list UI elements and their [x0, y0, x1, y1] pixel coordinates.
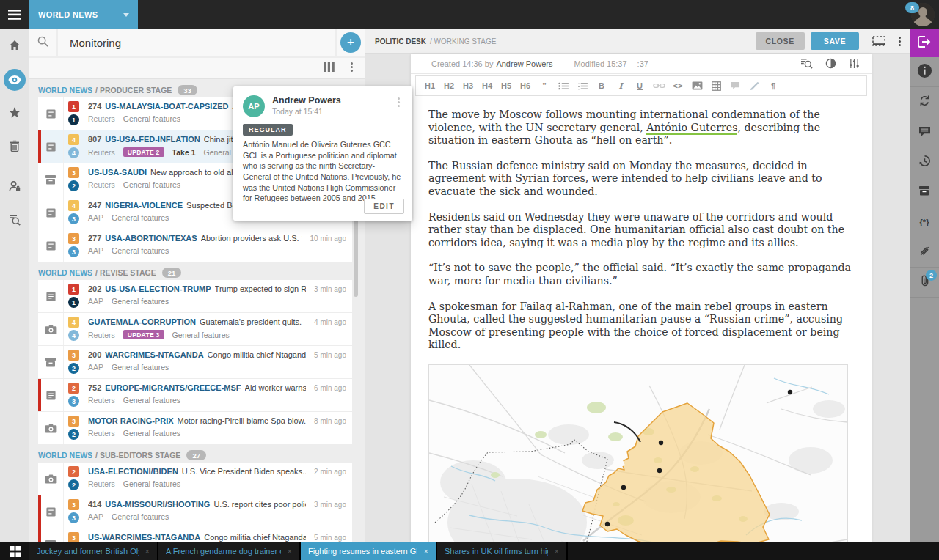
monitoring-item[interactable]: 33277USA-ABORTION/TEXASAbortion provider… — [38, 229, 352, 262]
picture-item-icon — [38, 313, 64, 345]
workspace-grid-icon[interactable] — [0, 542, 29, 560]
more-actions-icon[interactable] — [351, 62, 353, 75]
monitoring-item[interactable]: 11202US-USA-ELECTION-TRUMPTrump expected… — [38, 280, 352, 312]
monitoring-item[interactable]: 22USA-ELECTIONI/BIDENU.S. Vice President… — [38, 463, 352, 495]
history-icon — [918, 155, 931, 170]
more-actions-icon[interactable] — [899, 37, 901, 46]
edit-button[interactable]: EDIT — [364, 199, 404, 214]
opened-article-tab[interactable]: A French gendarme dog trainer of PSIG× — [158, 542, 301, 560]
h3-button[interactable]: H3 — [460, 80, 477, 92]
comment-button[interactable] — [727, 80, 744, 92]
item-slugline: US-USA-SAUDI — [88, 168, 147, 177]
column-view-icon[interactable] — [324, 62, 335, 75]
preferences-sliders-icon[interactable] — [849, 59, 860, 70]
top-bar: WORLD NEWS 8 — [0, 0, 939, 29]
create-item-button[interactable]: + — [340, 32, 361, 53]
article-paper: Created 14:36 by Andrew Powers Modified … — [411, 54, 872, 542]
user-menu[interactable]: 8 — [911, 3, 935, 26]
unordered-list-button[interactable] — [555, 81, 572, 92]
info-panel-button[interactable] — [910, 57, 939, 87]
item-category: General features — [172, 331, 230, 339]
link-button[interactable] — [651, 81, 668, 91]
monitoring-item[interactable]: 32US-WARCRIMES-NTAGANDACongo militia chi… — [38, 528, 352, 542]
minimize-icon[interactable] — [872, 36, 885, 46]
annotate-button[interactable] — [746, 80, 763, 92]
close-icon[interactable]: × — [139, 547, 150, 556]
attachments-badge: 2 — [926, 270, 937, 281]
macros-panel-button[interactable]: {*} — [910, 207, 939, 237]
stage-count-badge: 21 — [162, 268, 182, 278]
sidebar-item-saved-searches[interactable] — [0, 205, 29, 238]
theme-contrast-icon[interactable] — [825, 58, 836, 70]
italic-button[interactable]: I — [613, 80, 629, 92]
item-time: 6 min ago — [310, 384, 346, 392]
hamburger-menu-icon[interactable] — [0, 0, 29, 29]
more-actions-icon[interactable] — [395, 95, 403, 111]
paragraph-button[interactable]: ¶ — [765, 80, 782, 92]
sidebar-item-personal[interactable] — [0, 171, 29, 205]
bold-button[interactable]: B — [593, 80, 610, 92]
save-button[interactable]: SAVE — [811, 32, 859, 50]
ordered-list-button[interactable] — [574, 81, 591, 92]
desk-link[interactable]: WORLD NEWS — [38, 86, 92, 95]
monitoring-item[interactable]: 23752EUROPE-MIGRANTS/GREECE-MSFAid worke… — [38, 379, 352, 411]
h5-button[interactable]: H5 — [498, 80, 515, 92]
close-icon[interactable]: × — [417, 547, 428, 556]
close-icon[interactable]: × — [281, 547, 292, 556]
desk-link[interactable]: WORLD NEWS — [38, 451, 92, 460]
desk-link[interactable]: WORLD NEWS — [38, 268, 92, 277]
comments-panel-button[interactable] — [910, 117, 939, 147]
sidebar-item-dashboard[interactable] — [0, 29, 29, 63]
monitoring-item[interactable]: 44GUATEMALA-CORRUPTIONGuatemala's presid… — [38, 313, 352, 345]
close-icon[interactable]: × — [548, 547, 559, 556]
sidebar-item-monitoring[interactable] — [0, 63, 29, 97]
find-replace-icon[interactable] — [800, 58, 813, 70]
comment-icon — [918, 125, 931, 139]
sidebar-item-highlights[interactable] — [0, 97, 29, 130]
monitoring-item[interactable]: 32MOTOR RACING-PRIXMotor racing-Pirelli … — [38, 412, 352, 444]
table-button[interactable] — [708, 80, 725, 92]
blockquote-button[interactable]: ” — [536, 80, 553, 92]
history-panel-button[interactable] — [910, 147, 939, 177]
tab-label: Fighting resumes in eastern Ghouta... — [308, 547, 417, 556]
stage-group-header: WORLD NEWS / REVISE STAGE21 — [38, 266, 352, 279]
priority-badge: 4 — [68, 134, 79, 145]
search-button[interactable] — [29, 29, 56, 56]
annotated-text[interactable]: António Guterres — [646, 122, 737, 135]
opened-article-tab[interactable]: Fighting resumes in eastern Ghouta...× — [301, 542, 437, 560]
item-provider: Reuters — [88, 429, 115, 438]
monitoring-item[interactable]: 32200WARCRIMES-NTAGANDACongo militia chi… — [38, 346, 352, 378]
close-button[interactable]: CLOSE — [756, 32, 805, 50]
picture-item-icon — [38, 463, 64, 495]
code-button[interactable]: <> — [670, 80, 687, 92]
item-time: 5 min ago — [310, 351, 346, 359]
monitoring-item[interactable]: 33414USA-MISSOURI/SHOOTINGU.S. report ci… — [38, 495, 352, 528]
underline-button[interactable]: U — [632, 80, 648, 92]
opened-article-tab[interactable]: Shares in UK oil firms turn higher× — [437, 542, 568, 560]
opened-article-tab[interactable]: Jockey and former British Olympic..× — [29, 542, 158, 560]
image-button[interactable] — [689, 80, 706, 92]
suggestions-icon — [919, 246, 930, 259]
sidebar-item-spike[interactable] — [0, 130, 29, 164]
priority-badge: 2 — [68, 383, 79, 394]
send-publish-button[interactable] — [910, 29, 939, 57]
item-time: 10 min ago — [306, 235, 346, 243]
suggestions-panel-button[interactable] — [910, 237, 939, 268]
user-lock-icon — [9, 180, 21, 195]
ghouta-map — [429, 365, 847, 542]
h4-button[interactable]: H4 — [479, 80, 496, 92]
attachments-panel-button[interactable]: 2 — [910, 268, 939, 298]
workspace-selector[interactable]: WORLD NEWS — [29, 0, 138, 29]
urgency-badge: 3 — [68, 396, 79, 407]
priority-badge: 3 — [68, 532, 79, 542]
send-icon — [918, 36, 931, 51]
versions-panel-button[interactable] — [910, 87, 939, 117]
h6-button[interactable]: H6 — [517, 80, 534, 92]
article-body[interactable]: The move by Moscow follows mounting inte… — [428, 108, 855, 542]
h2-button[interactable]: H2 — [441, 80, 458, 92]
item-category: General features — [123, 429, 180, 438]
packages-panel-button[interactable] — [910, 177, 939, 207]
h1-button[interactable]: H1 — [422, 80, 439, 92]
article-text: The move by Moscow follows mounting inte… — [428, 108, 855, 352]
stage-label: / REVISE STAGE — [95, 268, 156, 277]
